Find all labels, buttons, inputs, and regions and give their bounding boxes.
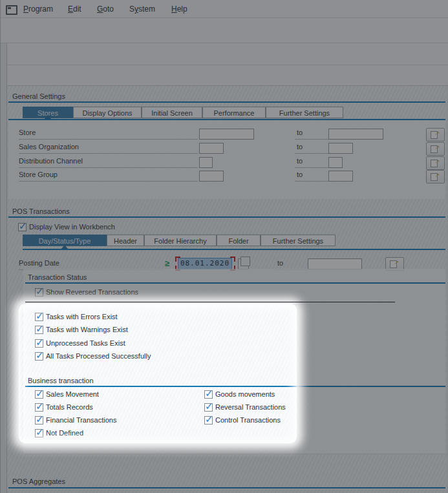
not-defined-label: Not Defined [46,429,83,437]
transaction-status-panel [23,269,445,454]
posting-date-to-input[interactable] [308,258,362,269]
subsection-rule [25,386,445,387]
left-gutter [1,43,7,493]
goods-movements-label: Goods movements [215,390,275,398]
store-label: Store [19,129,198,140]
not-defined-checkbox[interactable] [35,429,43,437]
application-toolbar: Assign Variant [1,65,448,86]
menu-program[interactable]: Program [23,5,53,14]
business-transaction-header: Business transaction [28,377,94,384]
menu-edit[interactable]: Edit [68,5,81,14]
sap-gui-window: Program Edit Goto System Help ✓ ▾ « « » … [0,0,448,493]
show-reversed-checkbox[interactable] [35,288,43,297]
tab-display-options[interactable]: Display Options [73,107,142,118]
sales-org-label: Sales Organization [19,143,198,154]
tab-further-settings[interactable]: Further Settings [266,107,343,118]
all-tasks-processed-checkbox[interactable] [35,352,43,361]
control-transactions-label: Control Transactions [215,416,281,424]
menu-system[interactable]: System [129,5,155,14]
system-toolbar: ✓ ▾ « « » ✖ + ⇑ ↑ ↓ ⇓ ★ ↗ ? ⚙ [1,18,448,43]
show-reversed-label: Show Reversed Transactions [46,288,138,296]
tab-header[interactable]: Header [107,235,144,246]
totals-records-label: Totals Records [46,403,93,411]
unprocessed-tasks-checkbox[interactable] [35,339,43,348]
to-label: to [295,171,329,182]
sales-org-multiselect-button[interactable] [426,142,445,156]
store-group-to-input[interactable] [328,171,353,182]
display-view-checkbox[interactable] [18,223,27,231]
divider-line [25,302,395,302]
menu-help[interactable]: Help [171,5,187,14]
control-transactions-checkbox[interactable] [204,416,213,425]
tab-performance[interactable]: Performance [202,107,266,118]
active-tab-notch [45,115,51,119]
distribution-channel-from-input[interactable] [199,157,213,168]
menu-bar: Program Edit Goto System Help [1,0,448,18]
menu-goto[interactable]: Goto [97,5,114,14]
subsection-rule [25,282,445,284]
reversal-transactions-checkbox[interactable] [204,403,213,412]
tasks-errors-label: Tasks with Errors Exist [46,313,118,320]
section-rule [8,216,445,218]
distribution-channel-label: Distribution Channel [19,157,198,168]
tabstrip-rule [8,119,445,120]
tasks-warnings-checkbox[interactable] [35,326,43,334]
sales-movement-checkbox[interactable] [35,390,43,399]
store-group-multiselect-button[interactable] [426,170,445,184]
tab-folder-hierarchy[interactable]: Folder Hierarchy [144,235,217,246]
general-settings-header: General Settings [12,92,65,100]
store-multiselect-button[interactable] [426,128,445,142]
tab-further-settings-2[interactable]: Further Settings [261,235,336,246]
greater-equal-icon: ≥ [165,258,169,268]
title-bar: POS Workbench [1,43,448,65]
distribution-channel-to-input[interactable] [328,157,343,168]
sales-org-from-input[interactable] [199,143,224,154]
sales-org-to-input[interactable] [328,143,353,154]
totals-records-checkbox[interactable] [35,403,43,412]
tab-folder[interactable]: Folder [217,235,261,246]
posting-date-input[interactable]: 08.01.2020 [178,258,232,269]
active-tab-notch [61,245,68,249]
display-view-label: Display View in Workbench [29,223,115,231]
goods-movements-checkbox[interactable] [204,390,213,399]
transaction-status-header: Transaction Status [28,273,87,281]
financial-transactions-checkbox[interactable] [35,416,43,425]
store-to-input[interactable] [328,129,383,140]
unprocessed-tasks-label: Unprocessed Tasks Exist [46,339,125,347]
tasks-warnings-label: Tasks with Warnings Exist [46,326,128,333]
all-tasks-processed-label: All Tasks Processed Successfully [46,352,151,360]
tab-initial-screen[interactable]: Initial Screen [142,107,202,118]
distribution-channel-multiselect-button[interactable] [426,156,445,170]
date-picker-icon[interactable] [238,258,249,269]
store-group-from-input[interactable] [199,171,224,182]
store-from-input[interactable] [199,129,254,140]
reversal-transactions-label: Reversal Transactions [215,403,286,411]
group-bottom-edge [23,454,445,454]
section-rule [8,101,445,103]
to-label: to [295,157,329,168]
sales-movement-label: Sales Movement [46,390,99,398]
store-group-label: Store Group [19,171,198,182]
to-label: to [295,143,329,154]
system-menu-icon[interactable] [6,5,17,15]
to-label: to [295,129,329,140]
financial-transactions-label: Financial Transactions [46,416,116,424]
pos-aggregates-header: POS Aggregates [12,477,65,485]
tabstrip-rule [23,249,445,250]
section-rule [8,487,445,488]
pos-transactions-header: POS Transactions [12,207,70,215]
tasks-errors-checkbox[interactable] [35,313,43,321]
